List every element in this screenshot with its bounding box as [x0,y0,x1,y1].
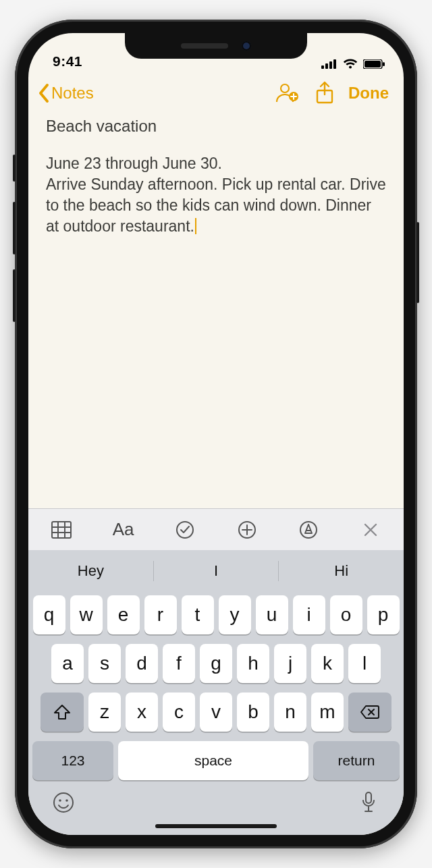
svg-point-14 [54,793,73,812]
done-button[interactable]: Done [346,84,392,103]
svg-rect-2 [329,61,332,69]
keyboard: Hey I Hi q w e r t y u i o p a s [28,550,404,835]
shift-icon [53,704,71,720]
status-time: 9:41 [53,53,82,70]
markup-icon [299,520,318,539]
back-label: Notes [51,84,94,103]
svg-point-16 [65,799,68,802]
check-circle-icon [176,520,194,539]
svg-rect-5 [364,61,381,67]
key-b[interactable]: b [237,693,269,732]
key-r[interactable]: r [144,595,177,634]
note-body-text: June 23 through June 30.Arrive Sunday af… [46,155,386,235]
share-button[interactable] [308,78,342,109]
text-style-button[interactable]: Aa [108,514,139,545]
key-g[interactable]: g [200,644,232,683]
key-s[interactable]: s [88,644,121,683]
key-e[interactable]: e [107,595,140,634]
key-o[interactable]: o [330,595,362,634]
svg-rect-6 [383,62,385,66]
note-editor[interactable]: Beach vacation June 23 through June 30.A… [28,114,404,508]
key-x[interactable]: x [126,693,158,732]
close-icon [363,522,378,537]
key-z[interactable]: z [88,693,121,732]
key-a[interactable]: a [51,644,84,683]
key-y[interactable]: y [219,595,251,634]
key-delete[interactable] [348,693,392,732]
table-icon [51,521,72,539]
format-toolbar: Aa [28,508,404,550]
plus-circle-icon [238,520,256,539]
key-f[interactable]: f [163,644,195,683]
emoji-icon [53,792,74,813]
text-cursor [195,218,196,234]
svg-rect-3 [333,59,336,69]
suggestion-bar: Hey I Hi [28,551,404,591]
share-icon [315,81,335,105]
volume-down-button[interactable] [13,269,16,322]
table-button[interactable] [46,514,77,545]
volume-up-button[interactable] [13,202,16,254]
note-body: June 23 through June 30.Arrive Sunday af… [46,153,386,237]
key-space[interactable]: space [118,741,308,780]
svg-rect-17 [366,792,371,803]
add-attachment-button[interactable] [232,514,263,545]
key-h[interactable]: h [237,644,269,683]
svg-point-11 [177,522,193,538]
speaker [181,43,228,49]
svg-point-7 [281,84,289,92]
markup-button[interactable] [293,514,324,545]
keyboard-row-2: a s d f g h j k l [28,639,404,688]
key-d[interactable]: d [126,644,158,683]
svg-point-15 [59,799,61,802]
add-person-button[interactable] [270,78,304,109]
screen: 9:41 Notes [28,33,404,835]
front-camera [242,41,251,51]
key-return[interactable]: return [313,741,400,780]
keyboard-row-4: 123 space return [28,736,404,785]
microphone-icon [360,791,377,814]
key-t[interactable]: t [182,595,214,634]
power-button[interactable] [416,222,419,303]
note-title: Beach vacation [46,117,386,136]
key-k[interactable]: k [311,644,344,683]
key-n[interactable]: n [274,693,306,732]
key-v[interactable]: v [200,693,232,732]
key-w[interactable]: w [70,595,103,634]
svg-rect-10 [52,522,71,538]
svg-rect-0 [321,65,324,69]
suggestion-3[interactable]: Hi [279,562,404,580]
keyboard-row-3: z x c v b n m [28,688,404,736]
svg-rect-1 [325,63,328,69]
cellular-icon [321,59,338,69]
emoji-button[interactable] [50,789,77,816]
wifi-icon [343,59,358,70]
chevron-left-icon [38,83,50,103]
person-plus-icon [274,82,300,105]
key-u[interactable]: u [256,595,288,634]
keyboard-row-1: q w e r t y u i o p [28,591,404,639]
key-i[interactable]: i [293,595,325,634]
checklist-button[interactable] [169,514,200,545]
nav-bar: Notes Done [28,72,404,114]
key-p[interactable]: p [367,595,400,634]
suggestion-1[interactable]: Hey [28,562,153,580]
home-indicator[interactable] [155,824,277,828]
key-q[interactable]: q [33,595,65,634]
key-shift[interactable] [40,693,84,732]
battery-icon [363,59,385,69]
mute-switch[interactable] [13,155,16,182]
key-m[interactable]: m [311,693,344,732]
delete-icon [360,705,380,720]
notch [125,33,307,59]
key-c[interactable]: c [163,693,195,732]
dismiss-toolbar-button[interactable] [355,514,386,545]
key-l[interactable]: l [348,644,381,683]
suggestion-2[interactable]: I [154,562,279,580]
dictation-button[interactable] [355,789,382,816]
phone-frame: 9:41 Notes [15,20,417,848]
status-icons [321,59,385,70]
back-button[interactable]: Notes [34,80,98,106]
key-j[interactable]: j [274,644,306,683]
key-numeric[interactable]: 123 [32,741,113,780]
